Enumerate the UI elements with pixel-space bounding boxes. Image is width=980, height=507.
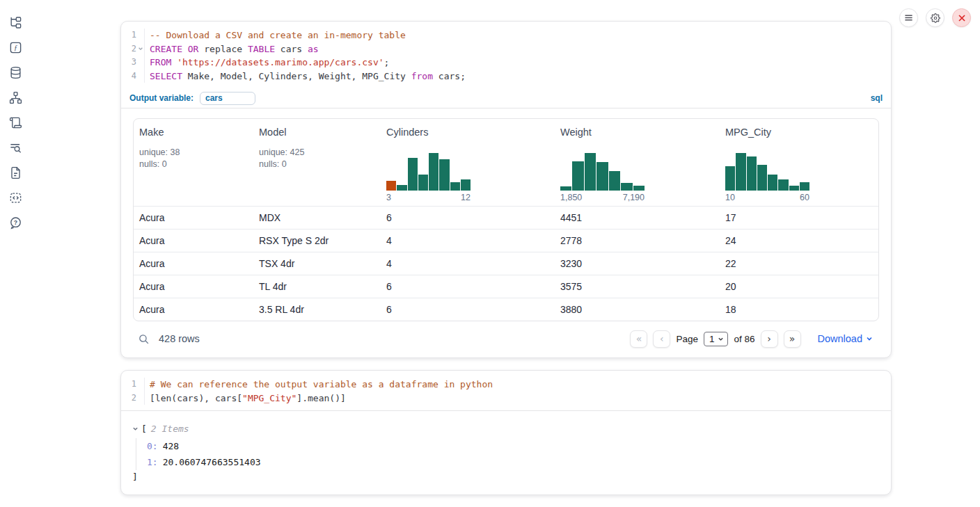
chevron-down-icon <box>866 335 873 342</box>
table-cell: 6 <box>381 212 555 223</box>
menu-button[interactable] <box>899 8 918 27</box>
list-open-bracket: [ <box>141 424 147 434</box>
file-tree-icon[interactable] <box>8 15 22 29</box>
settings-gear-icon[interactable] <box>926 8 945 27</box>
download-label: Download <box>818 333 863 344</box>
hist-max-label: 12 <box>461 193 471 202</box>
code-line[interactable]: 2CREATE OR replace TABLE cars as <box>121 42 891 56</box>
line-number: 2 <box>121 392 136 405</box>
hist-min-label: 10 <box>725 193 735 202</box>
code-token: TABLE <box>248 44 275 54</box>
histogram-bar <box>461 179 471 191</box>
hist-max-label: 60 <box>800 193 809 202</box>
histogram-bar <box>596 162 608 191</box>
column-stats: unique: 425 nulls: 0 <box>259 147 375 170</box>
table-cell: Acura <box>134 235 253 246</box>
first-page-button[interactable]: « <box>630 330 647 348</box>
column-label: Cylinders <box>386 127 549 138</box>
fold-gutter <box>136 56 144 70</box>
table-row[interactable]: AcuraRSX Type S 2dr4277824 <box>134 229 878 252</box>
histogram-bar <box>397 185 406 191</box>
search-icon[interactable] <box>138 333 150 345</box>
page-label: Page <box>676 334 698 344</box>
column-mpg-city[interactable]: MPG_City 10 60 <box>720 119 878 206</box>
histogram-bar <box>757 165 767 191</box>
notebook-actions <box>899 8 971 27</box>
nulls-stat: nulls: 0 <box>139 159 248 170</box>
python-code-editor[interactable]: 1# We can reference the output variable … <box>121 371 891 410</box>
prev-page-button[interactable]: ‹ <box>653 330 670 348</box>
code-token: from <box>411 71 433 81</box>
column-make[interactable]: Make unique: 38 nulls: 0 <box>134 119 253 206</box>
histogram-bar <box>800 182 809 191</box>
fold-chevron-icon[interactable] <box>136 42 144 56</box>
table-cell: Acura <box>134 281 253 292</box>
histogram-bar <box>439 159 449 191</box>
line-number: 1 <box>121 29 136 42</box>
code-line[interactable]: 1# We can reference the output variable … <box>121 378 891 392</box>
last-page-button[interactable]: » <box>784 330 801 348</box>
column-weight[interactable]: Weight 1,850 7,190 <box>555 119 720 206</box>
code-line[interactable]: 3FROM 'https://datasets.marimo.app/cars.… <box>121 56 891 70</box>
scroll-icon[interactable] <box>8 115 22 129</box>
sql-cell: 1-- Download a CSV and create an in-memo… <box>120 21 892 358</box>
list-item: 1:20.060747663551403 <box>147 454 880 470</box>
svg-text:?: ? <box>13 218 17 225</box>
table-cell: Acura <box>134 258 253 269</box>
nulls-stat: nulls: 0 <box>259 159 375 170</box>
output-variable-input[interactable] <box>200 92 255 105</box>
table-row[interactable]: Acura3.5 RL 4dr6388018 <box>134 298 878 321</box>
table-row[interactable]: AcuraTL 4dr6357520 <box>134 275 878 298</box>
python-output: [ 2 Items 0:428 1:20.060747663551403 ] <box>121 410 891 484</box>
unique-stat: unique: 38 <box>139 147 248 159</box>
collapse-chevron-icon[interactable] <box>132 426 141 432</box>
page-select[interactable]: 1 <box>704 332 729 346</box>
code-token: replace <box>198 44 247 54</box>
table-footer: 428 rows « ‹ Page 1 of 86 › » Download <box>121 322 891 355</box>
table-cell: TSX 4dr <box>253 258 381 269</box>
code-token: ; <box>384 57 390 67</box>
code-token: as <box>308 44 319 54</box>
next-page-button[interactable]: › <box>761 330 778 348</box>
code-token: -- Download a CSV and create an in-memor… <box>150 30 406 40</box>
code-token: Make, Model, Cylinders, Weight, MPG_City <box>182 71 411 81</box>
code-token <box>171 57 177 67</box>
document-icon[interactable] <box>8 166 22 179</box>
column-cylinders[interactable]: Cylinders 3 12 <box>381 119 555 206</box>
fold-gutter <box>136 29 144 42</box>
histogram-bar <box>609 171 620 191</box>
items-count-label: 2 Items <box>151 424 189 434</box>
database-icon[interactable] <box>8 65 22 79</box>
column-model[interactable]: Model unique: 425 nulls: 0 <box>253 119 381 206</box>
sql-code-editor[interactable]: 1-- Download a CSV and create an in-memo… <box>121 22 891 88</box>
column-stats: unique: 38 nulls: 0 <box>139 147 248 170</box>
table-cell: 3.5 RL 4dr <box>253 304 381 315</box>
table-cell: 4451 <box>555 212 720 223</box>
code-line[interactable]: 4SELECT Make, Model, Cylinders, Weight, … <box>121 70 891 83</box>
table-row[interactable]: AcuraTSX 4dr4323022 <box>134 252 878 275</box>
histogram-bar <box>408 158 418 191</box>
code-token: "MPG_City" <box>242 393 297 403</box>
output-variable-label: Output variable: <box>129 93 193 103</box>
histogram-bar <box>585 153 596 191</box>
column-label: Model <box>259 127 375 138</box>
item-index: 0: <box>147 441 158 451</box>
code-token: OR <box>188 44 199 54</box>
code-snippet-icon[interactable] <box>8 191 22 204</box>
output-variable-row: Output variable: sql <box>121 88 891 108</box>
dependency-graph-icon[interactable] <box>8 90 22 104</box>
download-button[interactable]: Download <box>818 333 874 344</box>
histogram-bar <box>768 175 777 191</box>
shutdown-close-icon[interactable] <box>952 8 971 27</box>
item-value: 428 <box>163 441 179 451</box>
function-icon[interactable]: ƒ <box>8 40 22 54</box>
list-search-icon[interactable] <box>8 140 22 154</box>
histogram-mpg-city: 10 60 <box>725 153 809 202</box>
help-icon[interactable]: ? <box>8 216 22 230</box>
code-line[interactable]: 2[len(cars), cars["MPG_City"].mean()] <box>121 392 891 405</box>
line-number: 1 <box>121 378 136 392</box>
svg-text:ƒ: ƒ <box>13 44 17 51</box>
code-line[interactable]: 1-- Download a CSV and create an in-memo… <box>121 29 891 42</box>
table-row[interactable]: AcuraMDX6445117 <box>134 206 878 229</box>
list-entries: 0:428 1:20.060747663551403 <box>136 438 880 470</box>
